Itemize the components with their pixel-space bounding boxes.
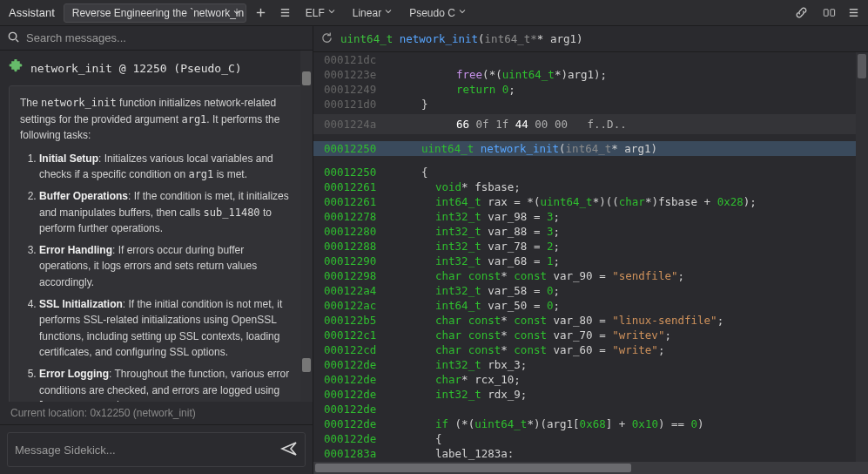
code-line[interactable]: 00012261void* fsbase; bbox=[313, 179, 868, 194]
link-button[interactable] bbox=[791, 3, 811, 23]
code-line[interactable]: 000122b5char const* const var_80 = "linu… bbox=[313, 313, 868, 328]
code-line[interactable]: 000122de{ bbox=[313, 431, 868, 446]
function-bar: uint64_t network_init(int64_t** arg1) bbox=[313, 26, 868, 52]
code-line[interactable]: 000122deint32_t rdx_9; bbox=[313, 387, 868, 402]
chat-header: network_init @ 12250 (Pseudo_C) bbox=[0, 51, 313, 82]
split-view-button[interactable] bbox=[819, 3, 838, 23]
svg-point-10 bbox=[9, 32, 16, 39]
code-line[interactable]: 000121dc bbox=[313, 52, 868, 67]
chevron-down-icon bbox=[232, 7, 242, 20]
message-input[interactable] bbox=[15, 444, 280, 457]
code-line[interactable]: 000122a4int32_t var_58 = 0; bbox=[313, 283, 868, 298]
code-line[interactable]: 000122acint64_t var_50 = 0; bbox=[313, 298, 868, 313]
puzzle-icon bbox=[9, 59, 24, 77]
code-line[interactable]: 00012249return 0; bbox=[313, 82, 868, 97]
search-row bbox=[0, 26, 313, 51]
more-menu-button[interactable] bbox=[844, 3, 863, 23]
code-line[interactable]: 00012290int32_t var_68 = 1; bbox=[313, 254, 868, 268]
current-location: Current location: 0x12250 (network_init) bbox=[0, 402, 313, 425]
code-line[interactable]: 000121d0} bbox=[313, 97, 868, 112]
file-type-dropdown[interactable]: ELF bbox=[300, 6, 342, 19]
code-scrollbar[interactable] bbox=[856, 52, 868, 462]
send-icon[interactable] bbox=[280, 440, 298, 460]
language-dropdown[interactable]: Pseudo C bbox=[404, 6, 473, 19]
refresh-icon[interactable] bbox=[320, 31, 333, 47]
assistant-label: Assistant bbox=[5, 6, 58, 19]
svg-rect-5 bbox=[824, 10, 828, 17]
session-tab-select[interactable]: Reverse Engineering the `network_in bbox=[64, 3, 246, 23]
search-icon bbox=[7, 30, 20, 46]
svg-rect-6 bbox=[830, 10, 834, 17]
code-line[interactable]: 000122cdchar const* const var_60 = "writ… bbox=[313, 342, 868, 357]
code-hscroll[interactable] bbox=[313, 462, 868, 474]
code-line[interactable]: 000122dechar* rcx_10; bbox=[313, 372, 868, 387]
view-mode-dropdown[interactable]: Linear bbox=[347, 6, 399, 19]
svg-line-11 bbox=[16, 39, 18, 42]
code-area[interactable]: 000121dc0001223efree(*(uint64_t*)arg1);0… bbox=[313, 52, 868, 462]
assistant-scrollbar[interactable] bbox=[300, 51, 313, 402]
code-line[interactable]: 00012261int64_t rax = *(uint64_t*)((char… bbox=[313, 194, 868, 209]
code-line[interactable]: 00012250{ bbox=[313, 165, 868, 179]
hamburger-menu-button[interactable] bbox=[276, 3, 295, 23]
code-line[interactable]: 0001224a66 0f 1f 44 00 00 f..D.. bbox=[313, 117, 868, 132]
search-input[interactable] bbox=[26, 31, 306, 44]
code-panel: uint64_t network_init(int64_t** arg1) 00… bbox=[313, 26, 868, 474]
code-line[interactable]: 000122deint32_t rbx_3; bbox=[313, 357, 868, 372]
code-line[interactable]: 0001283alabel_1283a: bbox=[313, 446, 868, 461]
code-line[interactable]: 00012288int32_t var_78 = 2; bbox=[313, 239, 868, 254]
top-toolbar: Assistant Reverse Engineering the `netwo… bbox=[0, 0, 868, 26]
code-line[interactable]: 00012278int32_t var_98 = 3; bbox=[313, 209, 868, 224]
code-line[interactable]: 0001223efree(*(uint64_t*)arg1); bbox=[313, 67, 868, 82]
session-tab-title: Reverse Engineering the `network_in bbox=[72, 7, 244, 19]
code-line[interactable]: 000122de bbox=[313, 402, 868, 416]
code-line[interactable]: 00012280int32_t var_88 = 3; bbox=[313, 224, 868, 239]
chevron-down-icon bbox=[326, 6, 337, 19]
function-signature: uint64_t network_init(int64_t** arg1) bbox=[340, 32, 583, 45]
message-input-row bbox=[7, 432, 306, 467]
code-line[interactable]: 000122c1char const* const var_70 = "writ… bbox=[313, 328, 868, 342]
svg-marker-12 bbox=[282, 443, 296, 455]
main-split: network_init @ 12250 (Pseudo_C) The netw… bbox=[0, 26, 868, 474]
explanation-card: The network_init function initializes ne… bbox=[9, 85, 304, 402]
code-line[interactable]: 00012298char const* const var_90 = "send… bbox=[313, 268, 868, 283]
code-line[interactable]: 00012250uint64_t network_init(int64_t* a… bbox=[313, 141, 868, 156]
chevron-down-icon bbox=[457, 6, 468, 19]
assistant-panel: network_init @ 12250 (Pseudo_C) The netw… bbox=[0, 26, 313, 474]
assistant-scroll[interactable]: network_init @ 12250 (Pseudo_C) The netw… bbox=[0, 51, 313, 402]
chevron-down-icon bbox=[383, 6, 394, 19]
new-tab-button[interactable] bbox=[252, 3, 271, 23]
code-line[interactable]: 000122deif (*(uint64_t*)(arg1[0x68] + 0x… bbox=[313, 416, 868, 431]
chat-title: network_init @ 12250 (Pseudo_C) bbox=[30, 62, 242, 75]
